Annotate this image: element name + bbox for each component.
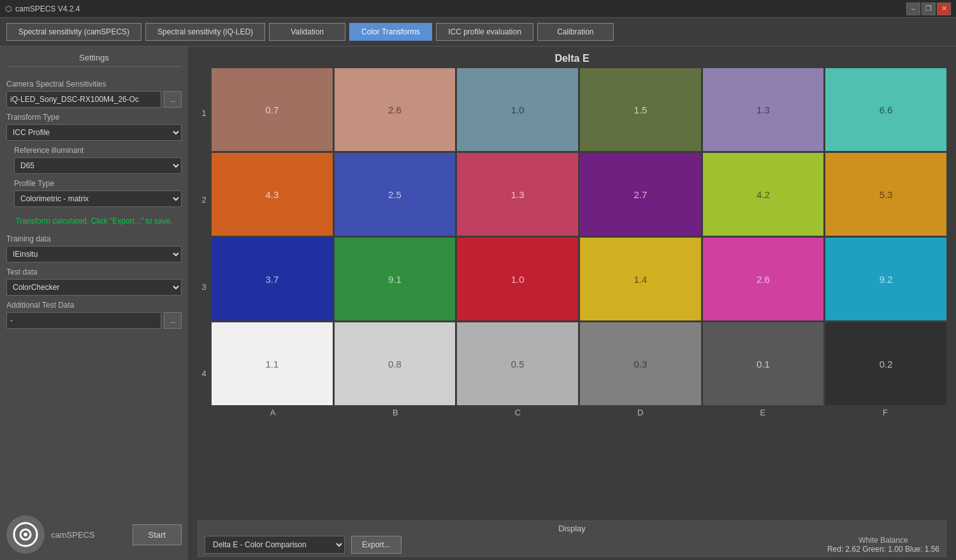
table-row: 2.6	[335, 68, 456, 151]
title-bar: ⬡ camSPECS V4.2.4 − ❐ ✕	[0, 0, 956, 18]
table-row: 0.8	[335, 322, 456, 405]
white-balance: White Balance Red: 2.62 Green: 1.00 Blue…	[827, 536, 939, 554]
color-grid: 0.72.61.01.51.36.64.32.51.32.74.25.33.79…	[212, 68, 946, 405]
tab-spectral-camspecs[interactable]: Spectral sensitivity (camSPECS)	[6, 23, 141, 41]
col-label-d: D	[579, 408, 702, 417]
sidebar: Settings Camera Spectral Sensitivities .…	[0, 47, 188, 560]
table-row: 0.3	[580, 322, 701, 405]
tab-icc-profile[interactable]: ICC profile evaluation	[436, 23, 533, 41]
chart-title: Delta E	[198, 53, 946, 64]
table-row: 4.2	[703, 153, 824, 236]
sidebar-bottom: camSPECS Start	[6, 509, 182, 554]
additional-test-data-row: ...	[6, 312, 182, 329]
additional-test-data-input[interactable]	[6, 312, 161, 329]
table-row: 9.1	[335, 238, 456, 320]
chart-grid-wrapper: 1 2 3 4 0.72.61.01.51.36.64.32.51.32.74.…	[198, 68, 946, 417]
nav-bar: Spectral sensitivity (camSPECS) Spectral…	[0, 18, 956, 47]
tab-calibration[interactable]: Calibration	[537, 23, 614, 41]
white-balance-title: White Balance	[827, 536, 939, 545]
table-row: 1.5	[580, 68, 701, 151]
camera-browse-button[interactable]: ...	[164, 91, 182, 108]
table-row: 2.7	[580, 153, 701, 236]
transform-type-dropdown[interactable]: ICC Profile Matrix LUT	[6, 124, 182, 141]
camera-label: Camera Spectral Sensitivities	[6, 80, 182, 89]
logo-icon	[6, 515, 45, 554]
display-bar-title: Display	[205, 524, 939, 533]
tab-validation[interactable]: Validation	[269, 23, 345, 41]
additional-test-data-label: Additional Test Data	[6, 301, 182, 310]
row-labels: 1 2 3 4	[198, 68, 210, 417]
row-label-1: 1	[198, 69, 210, 157]
reference-illuminant-dropdown[interactable]: D65 D50 A F2	[14, 157, 182, 174]
table-row: 0.5	[457, 322, 578, 405]
table-row: 2.5	[335, 153, 456, 236]
main-layout: Settings Camera Spectral Sensitivities .…	[0, 47, 956, 560]
row-label-4: 4	[198, 331, 210, 418]
row-label-3: 3	[198, 243, 210, 331]
table-row: 9.2	[825, 238, 946, 320]
test-data-dropdown[interactable]: ColorChecker SG	[6, 279, 182, 296]
profile-type-label: Profile Type	[14, 179, 182, 188]
col-label-c: C	[456, 408, 579, 417]
col-label-b: B	[334, 408, 456, 417]
white-balance-values: Red: 2.62 Green: 1.00 Blue: 1.56	[827, 545, 939, 554]
table-row: 0.1	[703, 322, 824, 405]
test-data-label: Test data	[6, 268, 182, 276]
content-area: Delta E 1 2 3 4 0.72.61.01.51.36.64.32.5…	[188, 47, 956, 560]
transform-type-label: Transform Type	[6, 113, 182, 122]
svg-point-2	[24, 533, 27, 536]
table-row: 0.2	[825, 322, 946, 405]
logo-text: camSPECS	[51, 530, 95, 540]
start-button[interactable]: Start	[133, 524, 182, 545]
training-data-dropdown[interactable]: IEinsitu IEother	[6, 246, 182, 262]
display-bar-row: Delta E - Color Comparison Color Patches…	[205, 536, 939, 554]
additional-browse-button[interactable]: ...	[164, 312, 182, 329]
export-button[interactable]: Export...	[351, 536, 402, 554]
app-icon: ⬡	[5, 4, 11, 13]
col-label-a: A	[212, 408, 334, 417]
chart-container: Delta E 1 2 3 4 0.72.61.01.51.36.64.32.5…	[198, 53, 946, 517]
table-row: 1.1	[212, 322, 333, 405]
table-row: 4.3	[212, 153, 333, 236]
table-row: 0.7	[212, 68, 333, 151]
col-label-f: F	[824, 408, 946, 417]
table-row: 6.6	[825, 68, 946, 151]
camera-input[interactable]	[6, 91, 161, 108]
app-title: camSPECS V4.2.4	[15, 4, 80, 13]
table-row: 1.3	[457, 153, 578, 236]
training-data-label: Training data	[6, 234, 182, 243]
restore-button[interactable]: ❐	[922, 3, 936, 15]
table-row: 1.4	[580, 238, 701, 320]
table-row: 5.3	[825, 153, 946, 236]
table-row: 3.7	[212, 238, 333, 320]
minimize-button[interactable]: −	[906, 3, 920, 15]
reference-illuminant-label: Reference illuminant	[14, 146, 182, 155]
display-mode-dropdown[interactable]: Delta E - Color Comparison Color Patches…	[205, 536, 345, 554]
profile-type-dropdown[interactable]: Colorimetric - matrix Perceptual Saturat…	[14, 190, 182, 207]
display-bar: Display Delta E - Color Comparison Color…	[198, 521, 946, 557]
table-row: 1.0	[457, 238, 578, 320]
sidebar-title: Settings	[6, 53, 182, 67]
row-label-2: 2	[198, 157, 210, 244]
tab-color-transforms[interactable]: Color Transforms	[349, 23, 432, 41]
camera-field-row: ...	[6, 91, 182, 108]
table-row: 1.3	[703, 68, 824, 151]
col-label-e: E	[702, 408, 824, 417]
title-bar-controls: − ❐ ✕	[906, 3, 951, 15]
table-row: 2.6	[703, 238, 824, 320]
col-labels: A B C D E F	[212, 408, 946, 417]
tab-spectral-iq-led[interactable]: Spectral sensitivity (iQ-LED)	[145, 23, 265, 41]
title-bar-left: ⬡ camSPECS V4.2.4	[5, 4, 80, 13]
table-row: 1.0	[457, 68, 578, 151]
close-button[interactable]: ✕	[937, 3, 951, 15]
grid-and-cols: 0.72.61.01.51.36.64.32.51.32.74.25.33.79…	[212, 68, 946, 417]
status-message: Transform calculated. Click "Export..." …	[6, 216, 182, 227]
